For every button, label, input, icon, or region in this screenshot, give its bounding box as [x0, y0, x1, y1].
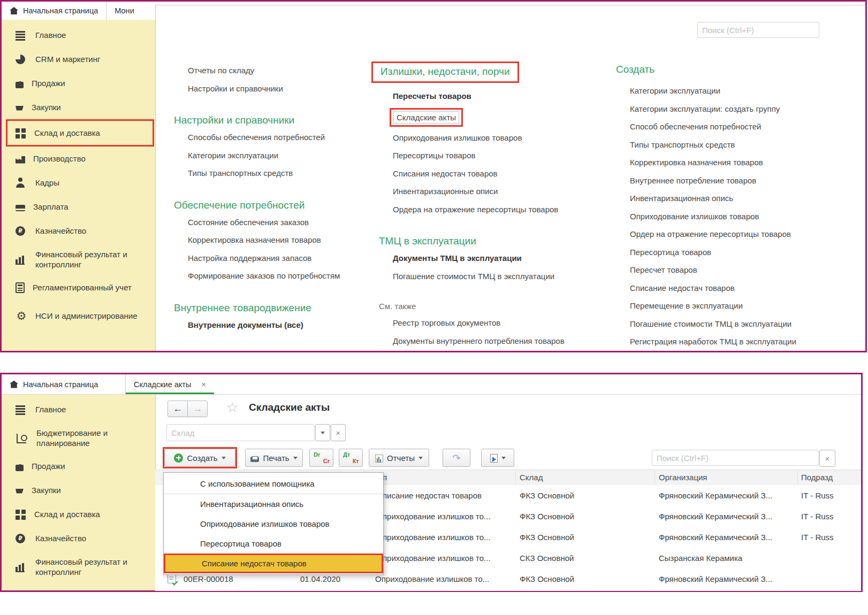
tab-home[interactable]: Начальная страница [2, 2, 106, 20]
sidebar-item-kadry[interactable]: Кадры [2, 171, 155, 195]
screen-warehouse-acts: Начальная страница Складские акты × Глав… [0, 373, 863, 592]
sidebar-item-glavnoe[interactable]: Главное [2, 397, 155, 421]
section-header[interactable]: Настройки и справочники [174, 112, 384, 128]
menu-link[interactable]: Внутреннее потребление товаров [616, 172, 868, 190]
section-header[interactable]: Внутреннее товародвижение [174, 300, 384, 316]
menu-link[interactable]: Погашение стоимости ТМЦ в эксплуатации [616, 315, 868, 333]
menu-item-writeoff-highlighted[interactable]: Списание недостач товаров [164, 554, 383, 573]
menu-link[interactable]: Ордера на отражение пересортицы товаров [379, 201, 620, 219]
highlight-box-skladskie-akty[interactable]: Складские акты [390, 108, 463, 127]
home-icon [10, 381, 18, 388]
menu-link[interactable]: Пересортицы товаров [379, 147, 620, 165]
menu-link[interactable]: Пересчет товаров [616, 261, 868, 279]
chevron-down-icon [501, 457, 506, 462]
menu-link[interactable]: Перемещение в эксплуатации [616, 297, 868, 315]
post-document-button[interactable]: ↷ [443, 449, 470, 467]
menu-link[interactable]: Корректировка назначения товаров [616, 153, 868, 172]
menu-link[interactable]: Ордер на отражение пересортицы товаров [616, 225, 868, 243]
menu-link[interactable]: Внутренние документы (все) [174, 316, 384, 334]
factory-icon [16, 156, 25, 164]
menu-link[interactable]: Формирование заказов по потребностям [174, 267, 384, 285]
section-header[interactable]: Обеспечение потребностей [174, 197, 384, 213]
sidebar-item-finrez[interactable]: Финансовый результат и контроллинг [2, 550, 155, 583]
menu-link[interactable]: Пересчеты товаров [379, 87, 620, 105]
menu-link[interactable]: Настройка поддержания запасов [174, 249, 384, 267]
cell-sklad: СКЗ Основной [520, 548, 574, 568]
dtkt-button[interactable]: ДтКт [339, 449, 363, 467]
chevron-down-icon [321, 432, 325, 436]
section-header[interactable]: ТМЦ в эксплуатации [379, 233, 620, 249]
menu-link[interactable]: Способ обеспечения потребностей [616, 118, 868, 136]
menu-link[interactable]: Оприходования излишков товаров [379, 129, 620, 147]
tab-home[interactable]: Начальная страница [2, 374, 126, 394]
menu-link[interactable]: Категории эксплуатации [616, 82, 868, 100]
forward-button[interactable]: → [187, 401, 208, 417]
sidebar-item-crm[interactable]: CRM и маркетинг [2, 47, 155, 71]
file-export-icon [490, 454, 498, 463]
menu-link[interactable]: Списание недостач товаров [616, 279, 868, 297]
tab-skladskie-akty[interactable]: Складские акты × [126, 374, 214, 394]
sidebar-item-prodazhi[interactable]: Продажи [2, 454, 155, 478]
warehouse-filter-input[interactable] [166, 424, 315, 441]
sidebar-item-kaznacheystvo[interactable]: ₽Казначейство [2, 219, 155, 243]
export-button[interactable] [481, 449, 514, 467]
sidebar-item-sklad-selected[interactable]: Склад и доставка [6, 119, 154, 147]
sidebar-item-prodazhi[interactable]: Продажи [2, 71, 155, 95]
back-button[interactable]: ← [167, 401, 188, 417]
tab-close-icon[interactable]: × [201, 380, 205, 389]
menu-link[interactable]: Списания недостач товаров [379, 165, 620, 183]
sidebar-item-nsi[interactable]: ⚙НСИ и администрирование [2, 299, 155, 332]
menu-link[interactable]: Категории эксплуатации: создать группу [616, 100, 868, 118]
search-clear-button[interactable]: × [819, 450, 835, 467]
menu-item-helper[interactable]: С использованием помощника [164, 474, 383, 494]
menu-item-regrading[interactable]: Пересортица товаров [164, 534, 383, 554]
list-search-input[interactable] [652, 450, 819, 466]
cell-org: Фряновский Керамический З... [659, 568, 772, 589]
menu-link[interactable]: Инвентаризационные описи [379, 182, 620, 201]
menu-link[interactable]: Типы транспортных средств [174, 164, 384, 182]
menu-link[interactable]: Инвентаризационная опись [616, 189, 868, 207]
menu-link[interactable]: Отчеты по складу [174, 62, 384, 80]
menu-link[interactable]: Оприходование излишков товаров [616, 207, 868, 226]
menu-link[interactable]: Категории эксплуатации [174, 147, 384, 165]
menu-link[interactable]: Документы ТМЦ в эксплуатации [379, 249, 620, 267]
menu-link[interactable]: Реестр торговых документов [379, 314, 620, 332]
highlight-box-create: Создать [163, 447, 237, 468]
menu-link[interactable]: Пересортица товаров [616, 243, 868, 262]
sidebar-item-zakupki[interactable]: Закупки [2, 95, 155, 119]
sidebar-item-zarplata[interactable]: Зарплата [2, 195, 155, 219]
menu-link[interactable]: Типы транспортных средств [616, 136, 868, 154]
sidebar-item-kaznacheystvo[interactable]: ₽Казначейство [2, 526, 155, 550]
menu-item-inventory[interactable]: Инвентаризационная опись [164, 494, 383, 514]
ruble-icon: ₽ [16, 534, 25, 543]
menu-item-surplus[interactable]: Оприходование излишков товаров [164, 514, 383, 534]
print-button[interactable]: Печать [245, 449, 303, 467]
sidebar-item-finrez[interactable]: Финансовый результат и контроллинг [2, 243, 155, 275]
drcr-button[interactable]: DrCr [309, 449, 333, 467]
create-button[interactable]: Создать [164, 449, 235, 467]
menu-link[interactable]: Настройки и справочники [174, 80, 384, 98]
sidebar-item-glavnoe[interactable]: Главное [2, 23, 155, 47]
menu-link[interactable]: Погашение стоимости ТМЦ в эксплуатации [379, 267, 620, 286]
search-input[interactable] [697, 22, 819, 38]
sidebar-item-proizvodstvo[interactable]: Производство [2, 147, 155, 171]
tab-monitor-partial[interactable]: Мони [106, 2, 144, 20]
menu-link[interactable]: Корректировка назначения товаров [174, 231, 384, 249]
person-icon [16, 178, 27, 188]
filter-clear-button[interactable]: × [331, 424, 346, 441]
section-header-create[interactable]: Создать [616, 62, 868, 78]
section-header-izlishki[interactable]: Излишки, недостачи, порчи [380, 66, 510, 78]
sidebar-item-sklad[interactable]: Склад и доставка [2, 502, 155, 526]
menu-link[interactable]: Документы внутреннего потребления товаро… [379, 332, 620, 350]
screen-warehouse-menu: Начальная страница Мони Главное CRM и ма… [0, 0, 867, 352]
sidebar-item-budget[interactable]: Бюджетирование и планирование [2, 421, 155, 454]
menu-link[interactable]: Состояние обеспечения заказов [174, 213, 384, 232]
menu-link[interactable]: Способы обеспечения потребностей [174, 128, 384, 147]
reports-button[interactable]: Отчеты [369, 449, 429, 467]
sidebar-item-reglament[interactable]: Регламентированный учет [2, 275, 155, 299]
favorite-star-icon[interactable]: ☆ [226, 399, 238, 415]
cell-podr: IT - Russ [801, 485, 834, 506]
menu-link[interactable]: Регистрация наработок ТМЦ в эксплуатации [616, 333, 868, 351]
sidebar-item-zakupki[interactable]: Закупки [2, 478, 155, 502]
filter-dropdown-button[interactable] [315, 424, 330, 441]
